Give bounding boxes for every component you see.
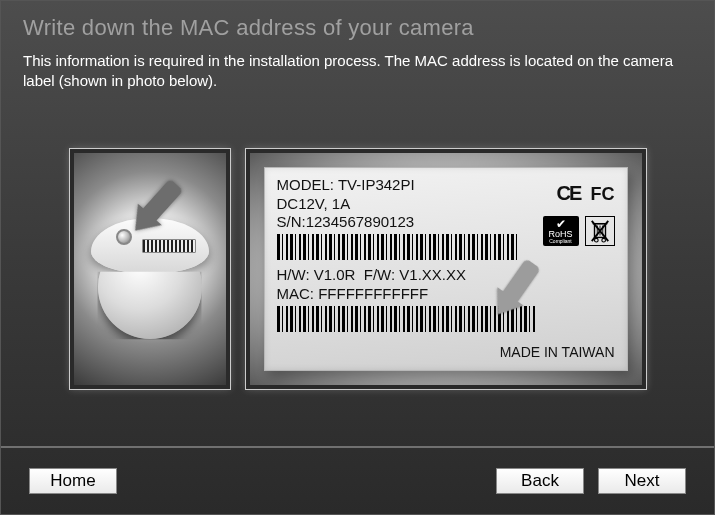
instruction-text: This information is required in the inst…	[1, 45, 714, 92]
label-serial-value: 1234567890123	[306, 213, 414, 230]
wizard-window: Write down the MAC address of your camer…	[0, 0, 715, 515]
product-label: MODEL: TV-IP342PI DC12V, 1A S/N:12345678…	[264, 167, 628, 371]
rohs-sub: Compliant	[549, 239, 572, 244]
ce-mark-icon: CE	[557, 182, 581, 205]
svg-point-5	[594, 238, 598, 242]
camera-photo	[70, 149, 230, 389]
label-mac-value: FFFFFFFFFFFF	[318, 285, 428, 302]
compliance-marks: ✔ RoHS Compliant	[543, 216, 615, 246]
next-button[interactable]: Next	[598, 468, 686, 494]
barcode-icon	[277, 306, 537, 332]
label-serial-prefix: S/N:	[277, 213, 306, 230]
camera-screw	[116, 229, 132, 245]
label-mac-prefix: MAC:	[277, 285, 315, 302]
label-fw-value: V1.XX.XX	[399, 266, 466, 283]
label-origin: MADE IN TAIWAN	[500, 344, 615, 360]
page-title: Write down the MAC address of your camer…	[23, 15, 692, 41]
home-button[interactable]: Home	[29, 468, 117, 494]
svg-point-6	[601, 238, 605, 242]
label-model-value: TV-IP342PI	[338, 176, 415, 193]
camera-small-label	[142, 239, 196, 253]
barcode-icon	[277, 234, 517, 260]
label-hw-value: V1.0R	[314, 266, 356, 283]
label-fw-prefix: F/W:	[364, 266, 395, 283]
rohs-icon: ✔ RoHS Compliant	[543, 216, 579, 246]
footer: Home Back Next	[1, 448, 714, 514]
label-hwfw-line: H/W: V1.0R F/W: V1.XX.XX	[277, 266, 615, 285]
fcc-mark-icon: FC	[591, 184, 615, 205]
back-button[interactable]: Back	[496, 468, 584, 494]
label-photo: MODEL: TV-IP342PI DC12V, 1A S/N:12345678…	[246, 149, 646, 389]
cert-marks: CE FC	[557, 182, 615, 205]
header: Write down the MAC address of your camer…	[1, 1, 714, 45]
label-hw-prefix: H/W:	[277, 266, 310, 283]
label-mac-line: MAC: FFFFFFFFFFFF	[277, 285, 615, 304]
weee-bin-icon	[585, 216, 615, 246]
label-model-prefix: MODEL:	[277, 176, 335, 193]
content-area: MODEL: TV-IP342PI DC12V, 1A S/N:12345678…	[1, 92, 714, 447]
